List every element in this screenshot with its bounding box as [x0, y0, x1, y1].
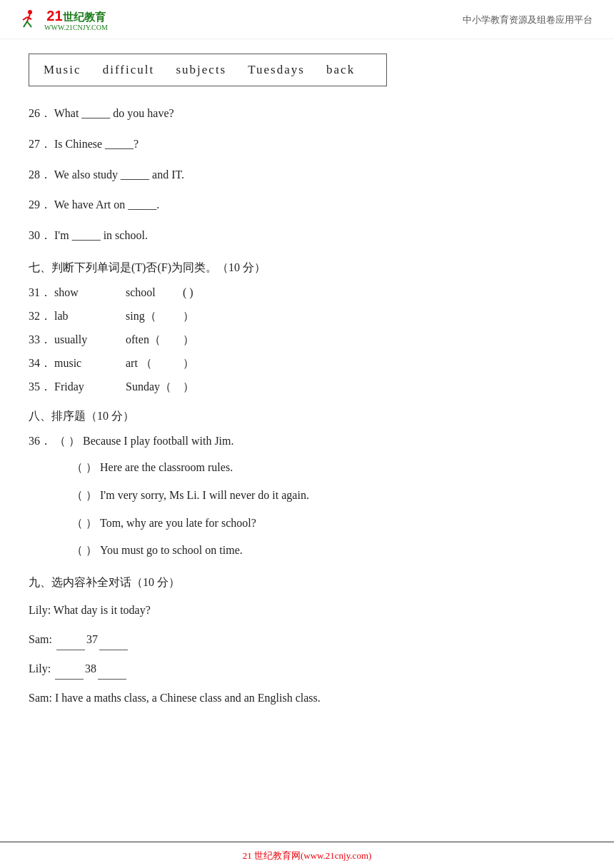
word-difficult: difficult	[103, 63, 154, 76]
header-tagline: 中小学教育资源及组卷应用平台	[463, 14, 593, 26]
dialog-line-3: Lily: 38	[29, 659, 585, 680]
question-27: 27． Is Chinese _____?	[29, 134, 585, 155]
question-30: 30． I'm _____ in school.	[29, 226, 585, 246]
tf31-word1: show	[54, 286, 126, 299]
tf32-bracket: ）	[183, 309, 194, 324]
dialog-text-4: I have a maths class, a Chinese class an…	[55, 692, 321, 704]
tf34-bracket: ）	[183, 356, 194, 371]
word-bank-box: Music difficult subjects Tuesdays back	[29, 54, 387, 86]
logo-21-label: 21世纪教育	[46, 8, 105, 24]
order-main-num: 36．	[29, 435, 51, 447]
question-28: 28． We also study _____ and IT.	[29, 165, 585, 186]
section7-items: 31． show school ( ) 32． lab sing（ ） 33． …	[29, 286, 585, 395]
logo-area: 21世纪教育 WWW.21CNJY.COM	[14, 7, 108, 33]
order-sub-2: （ ） I'm very sorry, Ms Li. I will never …	[71, 485, 585, 506]
q30-text: I'm _____ in school.	[54, 229, 148, 241]
order-sub3-bracket: （ ）	[71, 517, 97, 529]
footer-text: 21 世纪教育网(www.21cnjy.com)	[243, 850, 372, 861]
tf35-word2: Sunday（	[126, 380, 183, 395]
tf32-word2: sing（	[126, 309, 183, 324]
q27-text: Is Chinese _____?	[54, 138, 139, 150]
q27-num: 27．	[29, 134, 51, 155]
tf32-word1: lab	[54, 310, 126, 323]
word-subjects: subjects	[176, 63, 226, 76]
question-29: 29． We have Art on _____.	[29, 195, 585, 216]
order-sub3-text: Tom, why are you late for school?	[100, 517, 256, 529]
order-sub1-text: Here are the classroom rules.	[100, 461, 233, 473]
dialog-line-4: Sam: I have a maths class, a Chinese cla…	[29, 688, 585, 709]
tf34-word1: music	[54, 357, 126, 370]
tf33-num: 33．	[29, 333, 54, 348]
q29-num: 29．	[29, 195, 51, 216]
dialog-speaker-2: Sam:	[29, 633, 52, 645]
tf31-word2: school	[126, 286, 183, 299]
dialog-speaker-3: Lily:	[29, 662, 51, 675]
order-sub4-bracket: （ ）	[71, 544, 97, 556]
tf-item-35: 35． Friday Sunday（ ）	[29, 380, 585, 395]
q26-num: 26．	[29, 104, 51, 124]
order-sub2-text: I'm very sorry, Ms Li. I will never do i…	[100, 489, 309, 501]
blank-38-after	[98, 679, 126, 680]
tf31-bracket: ( )	[183, 286, 193, 299]
tf34-word2: art （	[126, 356, 183, 371]
q28-num: 28．	[29, 165, 51, 186]
tf32-num: 32．	[29, 309, 54, 324]
order-main-text: Because I play football with Jim.	[83, 435, 234, 447]
order-sub-4: （ ） You must go to school on time.	[71, 540, 585, 561]
tf-item-31: 31． show school ( )	[29, 286, 585, 301]
blank-38-before	[55, 679, 84, 680]
tf-item-33: 33． usually often（ ）	[29, 333, 585, 348]
word-music: Music	[44, 63, 81, 76]
dialog-text-3: 38	[54, 662, 128, 675]
logo-text: 21世纪教育 WWW.21CNJY.COM	[44, 8, 108, 32]
main-content: Music difficult subjects Tuesdays back 2…	[0, 39, 614, 760]
tf-item-32: 32． lab sing（ ）	[29, 309, 585, 324]
dialog-line-2: Sam: 37	[29, 630, 585, 650]
q29-text: We have Art on _____.	[54, 198, 160, 211]
fill-questions: 26． What _____ do you have? 27． Is Chine…	[29, 104, 585, 246]
dialog-line-1: Lily: What day is it today?	[29, 600, 585, 621]
tf35-num: 35．	[29, 380, 54, 395]
svg-point-0	[28, 10, 32, 14]
dialog-text-1: What day is it today?	[54, 604, 151, 616]
tf31-num: 31．	[29, 286, 54, 301]
order-sub4-text: You must go to school on time.	[100, 544, 243, 556]
section8-content: 36． （ ） Because I play football with Jim…	[29, 434, 585, 561]
word-back: back	[326, 63, 355, 76]
q30-num: 30．	[29, 226, 51, 246]
section9-header: 九、选内容补全对话（10 分）	[29, 575, 585, 590]
order-sub1-bracket: （ ）	[71, 461, 97, 473]
order-sub-3: （ ） Tom, why are you late for school?	[71, 513, 585, 534]
order-sub-1: （ ） Here are the classroom rules.	[71, 458, 585, 478]
section9-dialog: Lily: What day is it today? Sam: 37 Lily…	[29, 600, 585, 708]
dialog-text-2: 37	[55, 633, 129, 645]
page-footer: 21 世纪教育网(www.21cnjy.com)	[0, 842, 614, 868]
tf33-word2: often（	[126, 333, 183, 348]
order-main-item: 36． （ ） Because I play football with Jim…	[29, 434, 585, 449]
question-26: 26． What _____ do you have?	[29, 104, 585, 124]
order-main-bracket: （ ）	[54, 435, 80, 447]
dialog-speaker-1: Lily:	[29, 604, 51, 616]
section8-header: 八、排序题（10 分）	[29, 409, 585, 424]
blank-37-after	[99, 650, 128, 650]
word-tuesdays: Tuesdays	[248, 63, 305, 76]
tf33-word1: usually	[54, 333, 126, 346]
svg-line-3	[27, 21, 31, 27]
q28-text: We also study _____ and IT.	[54, 168, 184, 181]
page-header: 21世纪教育 WWW.21CNJY.COM 中小学教育资源及组卷应用平台	[0, 0, 614, 39]
tf34-num: 34．	[29, 356, 54, 371]
section7-header: 七、判断下列单词是(T)否(F)为同类。（10 分）	[29, 261, 585, 276]
order-sub2-bracket: （ ）	[71, 489, 97, 501]
runner-icon	[14, 7, 40, 33]
tf35-bracket: ）	[183, 380, 194, 395]
svg-line-4	[23, 17, 27, 20]
tf35-word1: Friday	[54, 380, 126, 393]
tf-item-34: 34． music art （ ）	[29, 356, 585, 371]
logo-www-label: WWW.21CNJY.COM	[44, 24, 108, 32]
dialog-speaker-4: Sam:	[29, 692, 52, 704]
blank-37-before	[56, 650, 85, 650]
svg-line-2	[24, 21, 27, 27]
q26-text: What _____ do you have?	[54, 107, 174, 119]
tf33-bracket: ）	[183, 333, 194, 348]
